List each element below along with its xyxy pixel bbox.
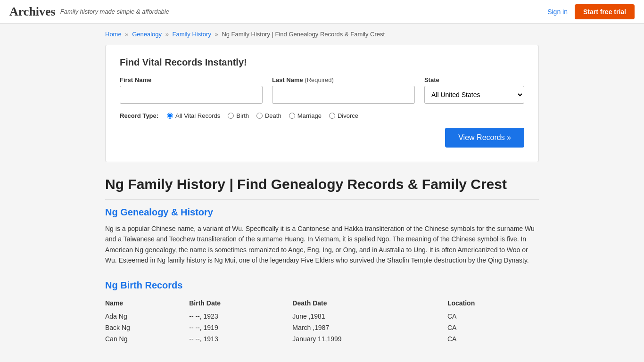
cell-name: Ada Ng [105, 311, 189, 322]
table-row: Can Ng -- --, 1913 January 11,1999 CA [105, 333, 539, 345]
radio-divorce-label: Divorce [338, 112, 358, 119]
radio-marriage-input[interactable] [289, 113, 295, 119]
birth-records-title: Ng Birth Records [105, 280, 539, 291]
radio-all-vital-label: All Vital Records [175, 112, 220, 119]
search-box: Find Vital Records Instantly! First Name… [105, 45, 539, 162]
page-title: Ng Family History | Find Genealogy Recor… [105, 176, 539, 200]
main-content: Home » Genealogy » Family History » Ng F… [96, 24, 548, 362]
table-row: Back Ng -- --, 1919 March ,1987 CA [105, 322, 539, 333]
radio-death-label: Death [265, 112, 281, 119]
last-name-label: Last Name (Required) [272, 76, 415, 83]
col-name: Name [105, 296, 189, 311]
search-title: Find Vital Records Instantly! [120, 57, 524, 68]
cell-birth: -- --, 1919 [189, 322, 292, 333]
cell-location: CA [447, 311, 539, 322]
radio-all-vital[interactable]: All Vital Records [167, 112, 220, 119]
radio-death-input[interactable] [256, 113, 263, 119]
first-name-label: First Name [120, 76, 263, 83]
state-label: State [424, 76, 524, 83]
state-field-group: State All United States Alabama Alaska A… [424, 76, 524, 104]
breadcrumb: Home » Genealogy » Family History » Ng F… [105, 31, 539, 38]
state-select[interactable]: All United States Alabama Alaska Arizona… [424, 86, 524, 104]
radio-birth-label: Birth [236, 112, 249, 119]
cell-birth: -- --, 1923 [189, 311, 292, 322]
genealogy-section-body: Ng is a popular Chinese name, a variant … [105, 223, 539, 266]
view-records-row: View Records » [120, 128, 524, 148]
cell-location: CA [447, 322, 539, 333]
table-header: Name Birth Date Death Date Location [105, 296, 539, 311]
header-left: Archives Family history made simple & af… [9, 5, 169, 19]
record-type-row: Record Type: All Vital Records Birth Dea… [120, 112, 524, 119]
col-death-date: Death Date [292, 296, 447, 311]
radio-divorce[interactable]: Divorce [329, 112, 358, 119]
table-row: Ada Ng -- --, 1923 June ,1981 CA [105, 311, 539, 322]
start-trial-button[interactable]: Start free trial [575, 4, 635, 19]
genealogy-section-title: Ng Genealogy & History [105, 207, 539, 218]
genealogy-section: Ng Genealogy & History Ng is a popular C… [105, 207, 539, 266]
breadcrumb-family-history[interactable]: Family History [173, 31, 211, 38]
radio-death[interactable]: Death [256, 112, 281, 119]
site-logo: Archives [9, 5, 56, 19]
last-name-field-group: Last Name (Required) [272, 76, 415, 104]
record-type-radio-group: All Vital Records Birth Death Marriage D… [167, 112, 358, 119]
cell-death: January 11,1999 [292, 333, 447, 345]
last-name-input[interactable] [272, 86, 415, 104]
cell-name: Back Ng [105, 322, 189, 333]
cell-birth: -- --, 1913 [189, 333, 292, 345]
breadcrumb-genealogy[interactable]: Genealogy [132, 31, 162, 38]
birth-records-section: Ng Birth Records Name Birth Date Death D… [105, 280, 539, 345]
first-name-input[interactable] [120, 86, 263, 104]
radio-birth[interactable]: Birth [228, 112, 249, 119]
table-body: Ada Ng -- --, 1923 June ,1981 CA Back Ng… [105, 311, 539, 345]
breadcrumb-sep-3: » [215, 31, 218, 38]
radio-all-vital-input[interactable] [167, 113, 173, 119]
search-fields: First Name Last Name (Required) State Al… [120, 76, 524, 104]
radio-marriage[interactable]: Marriage [289, 112, 322, 119]
radio-marriage-label: Marriage [297, 112, 322, 119]
col-birth-date: Birth Date [189, 296, 292, 311]
table-header-row: Name Birth Date Death Date Location [105, 296, 539, 311]
cell-death: March ,1987 [292, 322, 447, 333]
first-name-field-group: First Name [120, 76, 263, 104]
site-header: Archives Family history made simple & af… [0, 0, 644, 24]
birth-records-table: Name Birth Date Death Date Location Ada … [105, 296, 539, 345]
header-right: Sign in Start free trial [547, 4, 635, 19]
breadcrumb-home[interactable]: Home [105, 31, 122, 38]
breadcrumb-sep-2: » [165, 31, 169, 38]
cell-name: Can Ng [105, 333, 189, 345]
breadcrumb-sep-1: » [125, 31, 128, 38]
record-type-label: Record Type: [120, 112, 158, 119]
site-tagline: Family history made simple & affordable [60, 8, 169, 15]
cell-location: CA [447, 333, 539, 345]
breadcrumb-current: Ng Family History | Find Genealogy Recor… [222, 31, 385, 38]
sign-in-link[interactable]: Sign in [547, 8, 568, 16]
cell-death: June ,1981 [292, 311, 447, 322]
col-location: Location [447, 296, 539, 311]
view-records-button[interactable]: View Records » [445, 128, 524, 148]
radio-birth-input[interactable] [228, 113, 234, 119]
radio-divorce-input[interactable] [329, 113, 335, 119]
